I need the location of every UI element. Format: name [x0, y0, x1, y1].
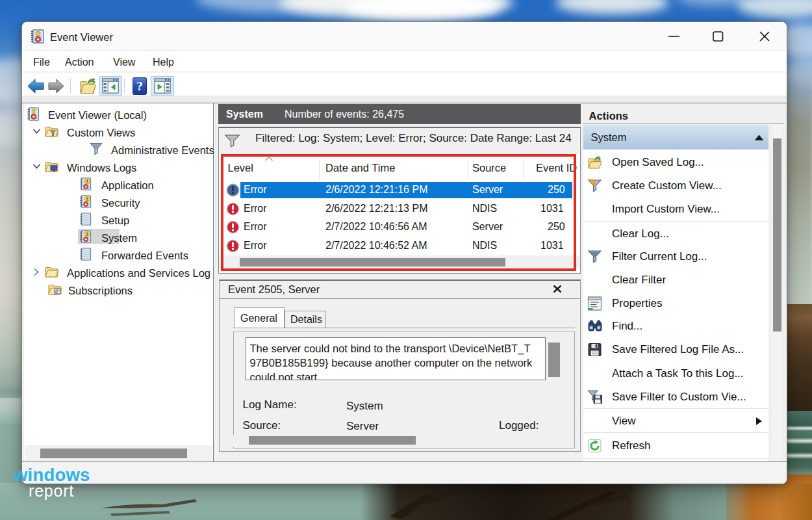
- svg-text:?: ?: [136, 79, 143, 93]
